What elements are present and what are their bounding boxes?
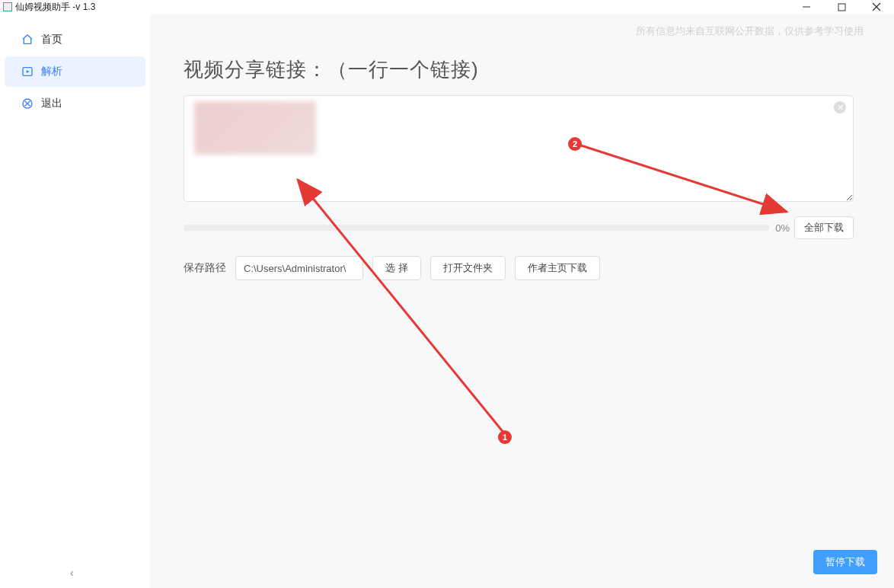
svg-rect-1 bbox=[838, 4, 845, 11]
download-all-button[interactable]: 全部下载 bbox=[794, 216, 854, 239]
home-icon bbox=[21, 34, 34, 46]
exit-icon bbox=[21, 97, 34, 110]
progress-row: 0% 全部下载 bbox=[184, 216, 854, 239]
open-folder-button[interactable]: 打开文件夹 bbox=[430, 256, 506, 280]
save-path-label: 保存路径 bbox=[184, 261, 226, 275]
sidebar-item-label: 解析 bbox=[41, 65, 62, 78]
window-controls bbox=[789, 0, 894, 14]
app-icon bbox=[3, 2, 12, 11]
links-textarea[interactable] bbox=[184, 95, 854, 202]
parse-icon bbox=[21, 66, 34, 78]
path-row: 保存路径 选 择 打开文件夹 作者主页下载 bbox=[184, 256, 867, 280]
author-download-button[interactable]: 作者主页下载 bbox=[515, 256, 600, 280]
choose-path-button[interactable]: 选 择 bbox=[372, 256, 421, 280]
sidebar-item-label: 首页 bbox=[41, 33, 62, 46]
title-bar: 仙姆视频助手 -v 1.3 bbox=[0, 0, 894, 14]
close-button[interactable] bbox=[859, 0, 894, 14]
clear-textarea-button[interactable]: ✕ bbox=[834, 101, 846, 113]
svg-marker-5 bbox=[27, 70, 30, 73]
annotation-badge-2: 2 bbox=[568, 137, 582, 151]
annotation-badge-1: 1 bbox=[498, 430, 512, 444]
page-heading: 视频分享链接：（一行一个链接) bbox=[184, 56, 867, 83]
progress-percent: 0% bbox=[775, 222, 790, 234]
minimize-button[interactable] bbox=[789, 0, 824, 14]
sidebar-item-home[interactable]: 首页 bbox=[5, 24, 145, 55]
sidebar-item-exit[interactable]: 退出 bbox=[5, 88, 145, 119]
sidebar-item-parse[interactable]: 解析 bbox=[5, 56, 145, 87]
sidebar-item-label: 退出 bbox=[41, 97, 62, 110]
maximize-button[interactable] bbox=[824, 0, 859, 14]
save-path-input[interactable] bbox=[235, 256, 363, 280]
window-title: 仙姆视频助手 -v 1.3 bbox=[15, 1, 95, 14]
sidebar: 首页 解析 退出 ‹ bbox=[0, 14, 150, 588]
disclaimer-text: 所有信息均来自互联网公开数据，仅供参考学习使用 bbox=[636, 24, 864, 38]
collapse-sidebar-button[interactable]: ‹ bbox=[70, 567, 74, 579]
links-textarea-wrap: ✕ bbox=[184, 95, 854, 204]
main-panel: 所有信息均来自互联网公开数据，仅供参考学习使用 视频分享链接：（一行一个链接) … bbox=[150, 14, 894, 588]
progress-bar bbox=[184, 225, 769, 231]
pause-download-button[interactable]: 暂停下载 bbox=[813, 550, 877, 574]
